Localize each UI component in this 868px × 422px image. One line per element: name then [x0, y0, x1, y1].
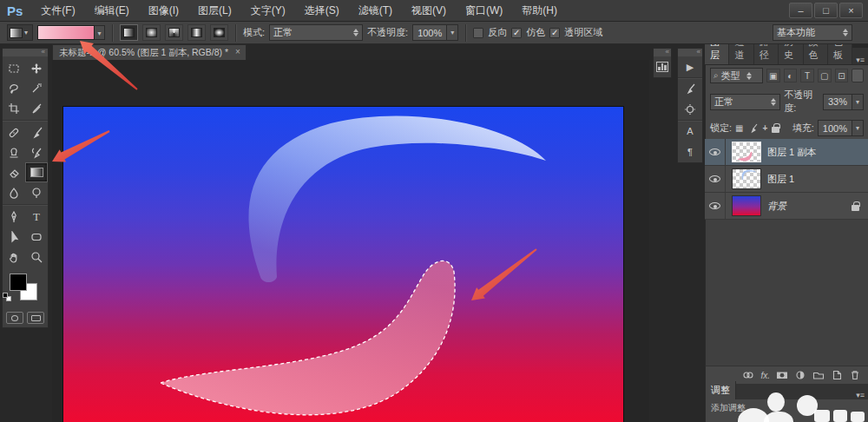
filter-type-layers-icon[interactable]: T [800, 69, 814, 82]
angle-gradient-button[interactable] [165, 24, 183, 41]
menu-help[interactable]: 帮助(H) [512, 3, 567, 18]
menu-edit[interactable]: 编辑(E) [85, 3, 139, 18]
layer-thumbnail[interactable] [732, 142, 761, 162]
brush-presets-panel-button[interactable] [678, 99, 702, 120]
layer-filter-select[interactable]: ⌕ 类型 [710, 68, 763, 83]
layer-thumbnail[interactable] [732, 168, 761, 189]
adjustment-layer-icon[interactable] [794, 369, 806, 381]
layer-name[interactable]: 背景 [767, 200, 786, 213]
menu-type[interactable]: 文字(Y) [241, 3, 295, 18]
blend-mode-select[interactable]: 正常 [710, 94, 780, 110]
tab-adjustments[interactable]: 调整 [706, 381, 736, 399]
opacity-dropdown[interactable]: ▾ [447, 24, 458, 41]
gradient-preview[interactable] [37, 25, 95, 40]
type-tool[interactable]: T [25, 207, 48, 227]
lasso-tool[interactable] [3, 78, 25, 98]
screen-mode-button[interactable] [27, 312, 44, 324]
new-group-icon[interactable] [812, 369, 825, 381]
menu-image[interactable]: 图像(I) [139, 3, 188, 18]
tool-preset-picker[interactable]: ▾ [7, 24, 33, 41]
visibility-toggle[interactable] [705, 139, 726, 165]
menu-window[interactable]: 窗口(W) [456, 3, 512, 18]
eyedropper-tool[interactable] [25, 98, 48, 118]
reverse-checkbox[interactable] [473, 28, 483, 38]
layer-row-background[interactable]: 背景 [705, 193, 868, 220]
default-colors-icon[interactable] [3, 293, 13, 301]
menu-layer[interactable]: 图层(L) [188, 3, 241, 18]
lock-move-icon[interactable]: + [763, 123, 768, 133]
layer-thumbnail[interactable] [732, 195, 761, 216]
blur-tool[interactable] [3, 182, 25, 202]
add-mask-icon[interactable] [776, 369, 788, 381]
mode-select[interactable]: 正常 [269, 24, 363, 41]
magic-wand-tool[interactable] [25, 78, 48, 98]
lock-paint-icon[interactable] [748, 123, 759, 134]
collapse-toolbar-icon[interactable]: « [3, 49, 48, 56]
path-selection-tool[interactable] [3, 227, 25, 247]
collapse-dock-icon[interactable]: « [678, 49, 702, 56]
menu-view[interactable]: 视图(V) [402, 3, 456, 18]
transparency-checkbox[interactable]: ✓ [549, 28, 560, 38]
layer-style-icon[interactable]: fx. [760, 371, 770, 380]
layer-row-layer1[interactable]: 图层 1 [705, 166, 868, 193]
layer-opacity-value[interactable]: 33% [823, 94, 852, 110]
filter-shape-layers-icon[interactable]: ▢ [818, 69, 832, 82]
maximize-button[interactable]: □ [814, 3, 838, 18]
paragraph-panel-button[interactable]: ¶ [678, 142, 702, 162]
foreground-color-swatch[interactable] [10, 274, 27, 291]
minimize-button[interactable]: – [789, 3, 812, 18]
visibility-toggle[interactable] [705, 166, 726, 192]
quick-mask-button[interactable] [6, 312, 23, 324]
visibility-toggle[interactable] [705, 193, 726, 219]
character-panel-button[interactable]: A [678, 121, 702, 142]
close-tab-icon[interactable]: × [235, 47, 240, 56]
workspace-switcher[interactable]: 基本功能 [773, 24, 852, 41]
layer-opacity-dropdown[interactable]: ▾ [852, 94, 864, 110]
rectangular-marquee-tool[interactable] [3, 58, 25, 78]
document-tab[interactable]: 未标题-1 @ 60.5% (图层 1 副本, RGB/8) * × [52, 44, 247, 60]
canvas[interactable] [63, 107, 623, 422]
gradient-picker-dropdown[interactable]: ▾ [95, 25, 105, 40]
dither-checkbox[interactable]: ✓ [511, 28, 522, 38]
brush-tool[interactable] [25, 122, 48, 142]
filter-adjustment-layers-icon[interactable]: ◐ [784, 69, 798, 82]
filter-toggle-switch[interactable] [852, 69, 864, 82]
lock-all-icon[interactable] [772, 127, 779, 133]
brush-panel-button[interactable] [678, 78, 702, 99]
shape-tool[interactable] [25, 227, 48, 247]
new-layer-icon[interactable] [831, 369, 843, 381]
zoom-tool[interactable] [25, 247, 48, 267]
healing-brush-tool[interactable] [3, 122, 25, 142]
link-layers-icon[interactable] [742, 369, 754, 381]
histogram-panel-button[interactable] [654, 56, 671, 77]
diamond-gradient-button[interactable] [210, 24, 228, 41]
menu-select[interactable]: 选择(S) [295, 3, 349, 18]
filter-pixel-layers-icon[interactable]: ▣ [766, 69, 780, 82]
menu-file[interactable]: 文件(F) [31, 3, 84, 18]
close-button[interactable]: × [839, 3, 863, 18]
pen-tool[interactable] [3, 207, 25, 227]
opacity-value[interactable]: 100% [412, 24, 447, 41]
linear-gradient-button[interactable] [120, 24, 138, 41]
clone-stamp-tool[interactable] [3, 142, 25, 162]
panel-menu-icon[interactable]: ▾≡ [852, 56, 868, 64]
collapse-dock-icon[interactable]: « [654, 49, 671, 56]
lock-transparency-icon[interactable]: ▦ [735, 123, 743, 133]
history-brush-tool[interactable] [25, 142, 48, 162]
delete-layer-icon[interactable] [849, 369, 861, 381]
layer-row-layer1-copy[interactable]: 图层 1 副本 [705, 139, 868, 166]
panel-menu-icon[interactable]: ▾≡ [852, 391, 868, 399]
layer-name[interactable]: 图层 1 副本 [767, 146, 816, 159]
reflected-gradient-button[interactable] [187, 24, 206, 41]
dodge-tool[interactable] [25, 182, 48, 202]
eraser-tool[interactable] [3, 162, 25, 182]
crop-tool[interactable] [3, 98, 25, 118]
move-tool[interactable] [25, 58, 48, 78]
fill-dropdown[interactable]: ▾ [852, 120, 864, 136]
layer-name[interactable]: 图层 1 [767, 173, 794, 186]
radial-gradient-button[interactable] [142, 24, 161, 41]
hand-tool[interactable] [3, 247, 25, 267]
fill-value[interactable]: 100% [818, 120, 852, 136]
actions-panel-button[interactable]: ▶ [678, 56, 702, 77]
filter-smart-objects-icon[interactable]: ⊡ [835, 69, 849, 82]
